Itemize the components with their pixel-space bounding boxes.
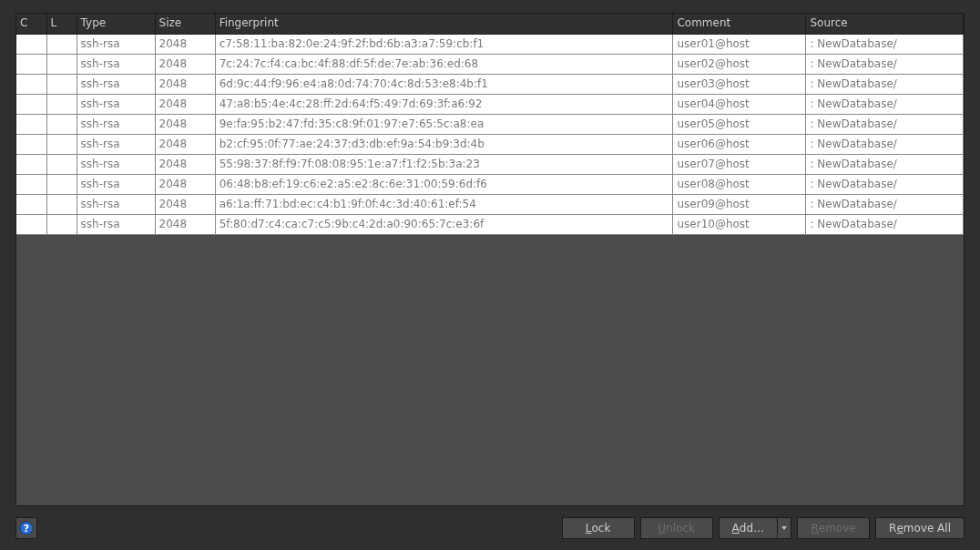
- cell-l[interactable]: [46, 114, 77, 134]
- table-row[interactable]: ssh-rsa20485f:80:d7:c4:ca:c7:c5:9b:c4:2d…: [16, 214, 964, 234]
- cell-c[interactable]: [16, 194, 46, 214]
- cell-size[interactable]: 2048: [155, 194, 215, 214]
- cell-fingerprint[interactable]: 7c:24:7c:f4:ca:bc:4f:88:df:5f:de:7e:ab:3…: [215, 54, 673, 74]
- cell-size[interactable]: 2048: [155, 214, 215, 234]
- cell-l[interactable]: [46, 194, 77, 214]
- table-row[interactable]: ssh-rsa2048b2:cf:95:0f:77:ae:24:37:d3:db…: [16, 134, 964, 154]
- col-header-fingerprint[interactable]: Fingerprint: [215, 14, 673, 34]
- cell-type[interactable]: ssh-rsa: [77, 214, 155, 234]
- cell-l[interactable]: [46, 214, 77, 234]
- cell-comment[interactable]: user06@host: [673, 134, 806, 154]
- cell-fingerprint[interactable]: 06:48:b8:ef:19:c6:e2:a5:e2:8c:6e:31:00:5…: [215, 174, 673, 194]
- cell-type[interactable]: ssh-rsa: [77, 134, 155, 154]
- table-row[interactable]: ssh-rsa20489e:fa:95:b2:47:fd:35:c8:9f:01…: [16, 114, 964, 134]
- table-header-row[interactable]: C L Type Size Fingerprint Comment Source: [16, 14, 964, 34]
- cell-c[interactable]: [16, 34, 46, 54]
- cell-type[interactable]: ssh-rsa: [77, 74, 155, 94]
- remove-all-rest: move All: [903, 522, 951, 535]
- cell-comment[interactable]: user04@host: [673, 94, 806, 114]
- cell-type[interactable]: ssh-rsa: [77, 194, 155, 214]
- cell-comment[interactable]: user08@host: [673, 174, 806, 194]
- cell-size[interactable]: 2048: [155, 134, 215, 154]
- cell-size[interactable]: 2048: [155, 94, 215, 114]
- cell-c[interactable]: [16, 154, 46, 174]
- cell-l[interactable]: [46, 74, 77, 94]
- lock-button[interactable]: Lock: [562, 517, 635, 539]
- cell-c[interactable]: [16, 214, 46, 234]
- remove-button[interactable]: Remove: [797, 517, 870, 539]
- cell-type[interactable]: ssh-rsa: [77, 174, 155, 194]
- cell-c[interactable]: [16, 74, 46, 94]
- cell-source[interactable]: : NewDatabase/: [806, 94, 964, 114]
- cell-fingerprint[interactable]: 5f:80:d7:c4:ca:c7:c5:9b:c4:2d:a0:90:65:7…: [215, 214, 673, 234]
- cell-comment[interactable]: user03@host: [673, 74, 806, 94]
- cell-source[interactable]: : NewDatabase/: [806, 174, 964, 194]
- cell-c[interactable]: [16, 134, 46, 154]
- col-header-l[interactable]: L: [46, 14, 77, 34]
- cell-fingerprint[interactable]: 55:98:37:8f:f9:7f:08:08:95:1e:a7:f1:f2:5…: [215, 154, 673, 174]
- cell-type[interactable]: ssh-rsa: [77, 54, 155, 74]
- cell-size[interactable]: 2048: [155, 54, 215, 74]
- add-button[interactable]: Add…: [719, 517, 777, 539]
- col-header-source[interactable]: Source: [806, 14, 964, 34]
- cell-size[interactable]: 2048: [155, 114, 215, 134]
- cell-fingerprint[interactable]: c7:58:11:ba:82:0e:24:9f:2f:bd:6b:a3:a7:5…: [215, 34, 673, 54]
- table-row[interactable]: ssh-rsa204806:48:b8:ef:19:c6:e2:a5:e2:8c…: [16, 174, 964, 194]
- cell-c[interactable]: [16, 114, 46, 134]
- cell-type[interactable]: ssh-rsa: [77, 154, 155, 174]
- table-row[interactable]: ssh-rsa2048c7:58:11:ba:82:0e:24:9f:2f:bd…: [16, 34, 964, 54]
- cell-source[interactable]: : NewDatabase/: [806, 114, 964, 134]
- cell-source[interactable]: : NewDatabase/: [806, 154, 964, 174]
- add-split-button: Add…: [719, 517, 791, 539]
- cell-size[interactable]: 2048: [155, 74, 215, 94]
- unlock-button[interactable]: Unlock: [640, 517, 713, 539]
- col-header-type[interactable]: Type: [77, 14, 155, 34]
- cell-source[interactable]: : NewDatabase/: [806, 54, 964, 74]
- col-header-comment[interactable]: Comment: [673, 14, 806, 34]
- cell-comment[interactable]: user05@host: [673, 114, 806, 134]
- cell-comment[interactable]: user02@host: [673, 54, 806, 74]
- cell-c[interactable]: [16, 54, 46, 74]
- cell-type[interactable]: ssh-rsa: [77, 34, 155, 54]
- cell-source[interactable]: : NewDatabase/: [806, 34, 964, 54]
- cell-comment[interactable]: user07@host: [673, 154, 806, 174]
- cell-source[interactable]: : NewDatabase/: [806, 194, 964, 214]
- cell-l[interactable]: [46, 54, 77, 74]
- remove-all-mnemonic: e: [896, 522, 903, 535]
- cell-fingerprint[interactable]: a6:1a:ff:71:bd:ec:c4:b1:9f:0f:4c:3d:40:6…: [215, 194, 673, 214]
- cell-size[interactable]: 2048: [155, 154, 215, 174]
- cell-type[interactable]: ssh-rsa: [77, 94, 155, 114]
- col-header-size[interactable]: Size: [155, 14, 215, 34]
- keys-table[interactable]: C L Type Size Fingerprint Comment Source…: [16, 14, 964, 235]
- cell-source[interactable]: : NewDatabase/: [806, 74, 964, 94]
- cell-l[interactable]: [46, 94, 77, 114]
- cell-comment[interactable]: user10@host: [673, 214, 806, 234]
- cell-fingerprint[interactable]: 47:a8:b5:4e:4c:28:ff:2d:64:f5:49:7d:69:3…: [215, 94, 673, 114]
- cell-l[interactable]: [46, 134, 77, 154]
- cell-source[interactable]: : NewDatabase/: [806, 134, 964, 154]
- cell-c[interactable]: [16, 94, 46, 114]
- help-button[interactable]: ?: [15, 517, 37, 539]
- cell-type[interactable]: ssh-rsa: [77, 114, 155, 134]
- cell-source[interactable]: : NewDatabase/: [806, 214, 964, 234]
- table-row[interactable]: ssh-rsa20487c:24:7c:f4:ca:bc:4f:88:df:5f…: [16, 54, 964, 74]
- cell-fingerprint[interactable]: 9e:fa:95:b2:47:fd:35:c8:9f:01:97:e7:65:5…: [215, 114, 673, 134]
- cell-fingerprint[interactable]: b2:cf:95:0f:77:ae:24:37:d3:db:ef:9a:54:b…: [215, 134, 673, 154]
- table-row[interactable]: ssh-rsa20486d:9c:44:f9:96:e4:a8:0d:74:70…: [16, 74, 964, 94]
- table-row[interactable]: ssh-rsa2048a6:1a:ff:71:bd:ec:c4:b1:9f:0f…: [16, 194, 964, 214]
- table-row[interactable]: ssh-rsa204855:98:37:8f:f9:7f:08:08:95:1e…: [16, 154, 964, 174]
- cell-size[interactable]: 2048: [155, 34, 215, 54]
- table-row[interactable]: ssh-rsa204847:a8:b5:4e:4c:28:ff:2d:64:f5…: [16, 94, 964, 114]
- cell-l[interactable]: [46, 154, 77, 174]
- cell-comment[interactable]: user09@host: [673, 194, 806, 214]
- col-header-c[interactable]: C: [16, 14, 46, 34]
- cell-size[interactable]: 2048: [155, 174, 215, 194]
- remove-all-button[interactable]: Remove All: [875, 517, 965, 539]
- cell-c[interactable]: [16, 174, 46, 194]
- cell-l[interactable]: [46, 174, 77, 194]
- cell-comment[interactable]: user01@host: [673, 34, 806, 54]
- cell-fingerprint[interactable]: 6d:9c:44:f9:96:e4:a8:0d:74:70:4c:8d:53:e…: [215, 74, 673, 94]
- add-dropdown-toggle[interactable]: [777, 517, 791, 539]
- table-empty-area[interactable]: [16, 235, 964, 506]
- cell-l[interactable]: [46, 34, 77, 54]
